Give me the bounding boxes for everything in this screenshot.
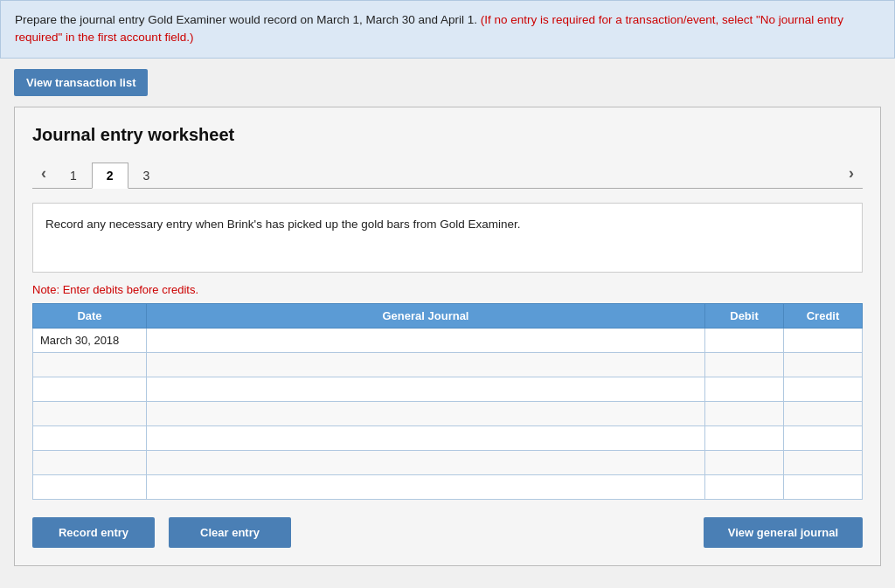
date-cell [33, 401, 147, 425]
general-journal-input[interactable] [147, 329, 704, 352]
general-journal-cell[interactable] [147, 352, 705, 377]
debit-input[interactable] [705, 377, 783, 401]
table-row [33, 450, 863, 474]
date-cell [33, 352, 147, 377]
action-buttons-row: Record entry Clear entry View general jo… [32, 517, 863, 548]
general-journal-cell[interactable] [147, 377, 705, 401]
debit-cell[interactable] [705, 401, 784, 425]
general-journal-input[interactable] [147, 426, 704, 450]
general-journal-input[interactable] [147, 451, 704, 474]
debit-input[interactable] [705, 451, 783, 474]
col-header-credit: Credit [784, 303, 863, 328]
debit-cell[interactable] [705, 450, 784, 474]
date-cell: March 30, 2018 [33, 328, 147, 352]
date-input[interactable] [40, 405, 139, 422]
debit-input[interactable] [705, 426, 783, 450]
table-row [33, 401, 863, 425]
tab-instruction-box: Record any necessary entry when Brink's … [32, 203, 863, 273]
tabs-navigation: ‹ 1 2 3 › [32, 159, 863, 189]
date-input[interactable] [40, 454, 139, 471]
date-input[interactable] [40, 479, 139, 495]
table-row [33, 377, 863, 401]
worksheet-title: Journal entry worksheet [32, 125, 863, 145]
date-input[interactable] [40, 356, 139, 373]
journal-entry-worksheet: Journal entry worksheet ‹ 1 2 3 › Record… [14, 107, 881, 566]
debit-input[interactable] [705, 329, 783, 352]
debit-input[interactable] [705, 402, 783, 425]
tab-1[interactable]: 1 [55, 163, 92, 189]
debit-credit-note: Note: Enter debits before credits. [32, 283, 863, 296]
debit-cell[interactable] [705, 474, 784, 499]
tab-3[interactable]: 3 [128, 163, 165, 189]
clear-entry-button[interactable]: Clear entry [169, 517, 291, 548]
table-row [33, 474, 863, 499]
credit-cell[interactable] [784, 401, 863, 425]
instruction-main-text: Prepare the journal entry Gold Examiner … [15, 13, 477, 26]
date-cell [33, 450, 147, 474]
credit-input[interactable] [784, 426, 862, 450]
table-row [33, 352, 863, 377]
general-journal-input[interactable] [147, 377, 704, 401]
general-journal-cell[interactable] [147, 328, 705, 352]
table-row: March 30, 2018 [33, 328, 863, 352]
tab-2[interactable]: 2 [92, 163, 128, 189]
date-cell [33, 377, 147, 401]
credit-cell[interactable] [784, 474, 863, 499]
credit-cell[interactable] [784, 425, 863, 450]
date-cell [33, 425, 147, 450]
general-journal-cell[interactable] [147, 425, 705, 450]
instruction-banner: Prepare the journal entry Gold Examiner … [0, 0, 895, 59]
credit-input[interactable] [784, 402, 862, 425]
date-input[interactable] [40, 381, 139, 398]
credit-input[interactable] [784, 451, 862, 474]
tab-next-arrow[interactable]: › [840, 159, 863, 188]
debit-cell[interactable] [705, 425, 784, 450]
date-cell [33, 474, 147, 499]
col-header-general-journal: General Journal [147, 303, 705, 328]
table-row [33, 425, 863, 450]
credit-cell[interactable] [784, 328, 863, 352]
debit-cell[interactable] [705, 328, 784, 352]
general-journal-cell[interactable] [147, 401, 705, 425]
debit-input[interactable] [705, 353, 783, 377]
debit-input[interactable] [705, 475, 783, 499]
view-general-journal-button[interactable]: View general journal [704, 517, 863, 548]
general-journal-input[interactable] [147, 402, 704, 425]
debit-cell[interactable] [705, 377, 784, 401]
general-journal-cell[interactable] [147, 474, 705, 499]
col-header-date: Date [33, 303, 147, 328]
credit-input[interactable] [784, 353, 862, 377]
general-journal-input[interactable] [147, 475, 704, 499]
credit-cell[interactable] [784, 352, 863, 377]
credit-cell[interactable] [784, 377, 863, 401]
record-entry-button[interactable]: Record entry [32, 517, 155, 548]
date-input[interactable] [40, 430, 139, 446]
journal-entry-table: Date General Journal Debit Credit March … [32, 303, 863, 500]
credit-input[interactable] [784, 377, 862, 401]
tab-prev-arrow[interactable]: ‹ [32, 159, 55, 188]
view-transaction-button[interactable]: View transaction list [14, 69, 148, 96]
general-journal-input[interactable] [147, 353, 704, 377]
credit-cell[interactable] [784, 450, 863, 474]
credit-input[interactable] [784, 329, 862, 352]
general-journal-cell[interactable] [147, 450, 705, 474]
col-header-debit: Debit [705, 303, 784, 328]
tab-instruction-text: Record any necessary entry when Brink's … [45, 218, 521, 231]
debit-cell[interactable] [705, 352, 784, 377]
credit-input[interactable] [784, 475, 862, 499]
